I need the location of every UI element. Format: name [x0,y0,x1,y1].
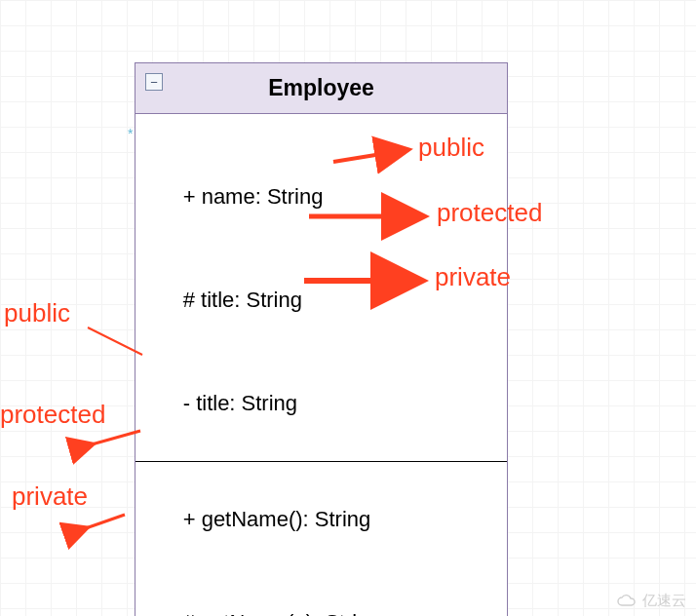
annotation-private-left: private [12,481,88,512]
attribute-text: - title: String [183,391,297,415]
svg-line-4 [92,431,140,444]
svg-line-5 [86,515,125,528]
annotation-protected-right: protected [437,198,542,228]
arrow-line-icon [84,324,152,363]
svg-line-0 [333,150,406,162]
svg-line-3 [88,327,142,355]
watermark: 亿速云 [615,592,686,610]
annotation-public-right: public [418,133,484,163]
arrow-icon [84,427,152,450]
methods-section: + getName(): String # setName(n): String… [135,461,507,616]
annotation-protected-left: protected [0,400,105,430]
method-text: + getName(): String [183,507,371,531]
class-name: Employee [145,75,497,101]
arrow-icon [331,144,419,168]
method-text: # setName(n): String [183,610,381,616]
attribute-text: + name: String [183,184,324,209]
asterisk-icon: * [128,126,133,141]
attribute-text: # title: String [183,288,302,312]
annotation-private-right: private [435,262,511,292]
attribute-row: - title: String [135,352,507,455]
cloud-icon [615,594,638,609]
collapse-icon[interactable]: − [145,73,163,91]
annotation-public-left: public [4,298,70,328]
method-row: # setName(n): String [135,571,507,616]
arrow-icon [302,271,429,290]
arrow-icon [78,511,136,534]
watermark-text: 亿速云 [642,592,686,610]
method-row: + getName(): String [135,468,507,571]
uml-class-header: − Employee [135,63,507,114]
arrow-icon [307,207,434,226]
